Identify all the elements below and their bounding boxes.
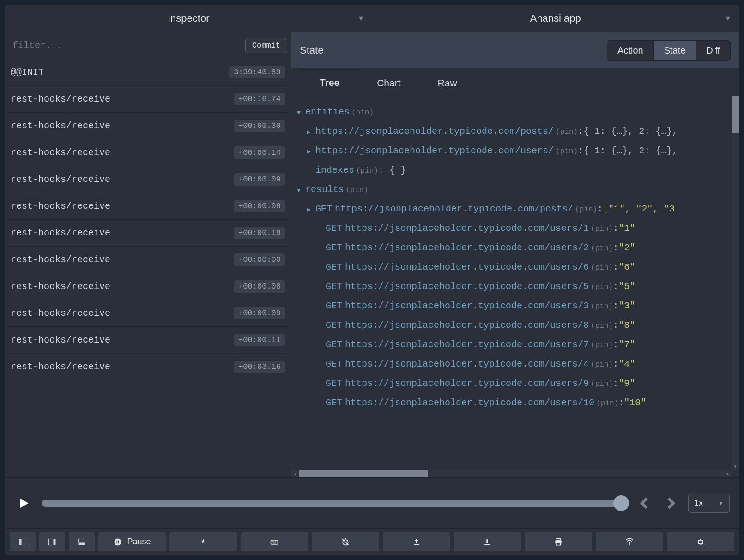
svg-rect-12 (275, 541, 276, 542)
segment-action[interactable]: Action (607, 41, 654, 60)
tree-node[interactable]: https://jsonplaceholder.typicode.com/use… (297, 141, 726, 161)
viewtab-tree[interactable]: Tree (301, 69, 358, 96)
instance-dropdown[interactable]: Anansi app ▼ (372, 5, 739, 32)
inspector-dropdown[interactable]: Inspector ▼ (5, 5, 372, 32)
slider-knob[interactable] (613, 495, 629, 511)
segment-state[interactable]: State (654, 41, 696, 60)
tree-node[interactable]: https://jsonplaceholder.typicode.com/pos… (297, 122, 726, 141)
step-back-button[interactable] (636, 495, 653, 512)
dock-right-button[interactable] (39, 532, 65, 551)
action-row[interactable]: rest-hooks/receive+00:00.30 (5, 113, 291, 139)
play-button[interactable] (14, 494, 33, 512)
action-name: rest-hooks/receive (11, 335, 110, 345)
segment-diff[interactable]: Diff (696, 41, 730, 60)
tree-node[interactable]: GEThttps://jsonplaceholder.typicode.com/… (297, 258, 726, 277)
dock-bottom-button[interactable] (69, 532, 95, 551)
svg-rect-3 (49, 539, 53, 545)
action-row[interactable]: rest-hooks/receive+00:00.08 (5, 273, 291, 300)
http-method: GET (326, 316, 342, 335)
dock-bottom-icon (77, 537, 86, 547)
chevron-down-icon: ▼ (724, 14, 732, 23)
action-row[interactable]: rest-hooks/receive+00:00:00 (5, 247, 291, 273)
tree-node[interactable]: GEThttps://jsonplaceholder.typicode.com/… (297, 355, 726, 374)
action-row[interactable]: rest-hooks/receive+00:00.09 (5, 166, 291, 193)
http-method: GET (326, 374, 342, 393)
scroll-right-icon[interactable]: ▸ (724, 470, 732, 477)
action-row[interactable]: rest-hooks/receive+00:16.74 (5, 86, 291, 113)
download-icon (483, 537, 492, 547)
upload-button[interactable] (383, 532, 450, 551)
tree-url: https://jsonplaceholder.typicode.com/use… (345, 316, 589, 335)
pin-label: (pin) (556, 125, 578, 140)
persist-button[interactable] (241, 532, 308, 551)
main-row: Commit @@INIT3:39:40.89rest-hooks/receiv… (5, 32, 739, 477)
chevron-left-icon (636, 495, 653, 512)
punc: : (613, 219, 618, 238)
viewtab-chart[interactable]: Chart (358, 70, 419, 96)
action-row[interactable]: rest-hooks/receive+00:00.14 (5, 139, 291, 166)
tree-node[interactable]: GEThttps://jsonplaceholder.typicode.com/… (297, 219, 726, 238)
step-forward-button[interactable] (662, 495, 679, 512)
tree-node[interactable]: GEThttps://jsonplaceholder.typicode.com/… (297, 199, 726, 219)
action-row[interactable]: rest-hooks/receive+00:00.09 (5, 300, 291, 327)
pause-button[interactable]: Pause (98, 532, 166, 551)
tree-node[interactable]: GEThttps://jsonplaceholder.typicode.com/… (297, 296, 726, 316)
bottom-toolbar: Pause (5, 528, 739, 555)
vertical-scrollbar[interactable]: ▴ ▾ (732, 96, 739, 470)
horizontal-scrollbar[interactable]: ◂ ▸ (291, 470, 732, 477)
gear-icon (696, 537, 705, 547)
timer-off-button[interactable] (312, 532, 379, 551)
tree-node[interactable]: GEThttps://jsonplaceholder.typicode.com/… (297, 277, 726, 296)
expand-icon[interactable] (307, 122, 315, 141)
tree-node[interactable]: GEThttps://jsonplaceholder.typicode.com/… (297, 238, 726, 258)
pin-label: (pin) (591, 357, 613, 373)
vertical-scroll-thumb[interactable] (732, 96, 739, 133)
playback-row: 1x ▼ (5, 477, 739, 528)
tree-node[interactable]: indexes (pin): { } (297, 161, 726, 180)
action-list[interactable]: @@INIT3:39:40.89rest-hooks/receive+00:16… (5, 59, 291, 477)
collapse-icon[interactable] (297, 102, 305, 122)
print-button[interactable] (525, 532, 592, 551)
tree-body[interactable]: entities (pin)https://jsonplaceholder.ty… (291, 96, 732, 470)
svg-rect-1 (22, 539, 26, 545)
playback-slider[interactable] (42, 500, 627, 507)
tree-node[interactable]: entities (pin) (297, 102, 726, 122)
punc: : (597, 199, 603, 219)
scroll-left-icon[interactable]: ◂ (291, 470, 299, 477)
state-title: State (300, 44, 607, 56)
tree-node[interactable]: GEThttps://jsonplaceholder.typicode.com/… (297, 316, 726, 335)
action-row[interactable]: rest-hooks/receive+00:03.16 (5, 354, 291, 380)
svg-point-20 (629, 542, 630, 543)
tree-url: https://jsonplaceholder.typicode.com/use… (345, 335, 589, 355)
remote-button[interactable] (596, 532, 663, 551)
action-row[interactable]: rest-hooks/receive+00:00.11 (5, 327, 291, 354)
tree-url: https://jsonplaceholder.typicode.com/use… (345, 296, 589, 316)
action-row[interactable]: @@INIT3:39:40.89 (5, 59, 291, 86)
pin-label: (pin) (591, 260, 613, 276)
horizontal-scroll-thumb[interactable] (299, 470, 428, 477)
action-time: +00:00.08 (234, 200, 285, 212)
tree-node[interactable]: GEThttps://jsonplaceholder.typicode.com/… (297, 374, 726, 393)
viewtab-raw[interactable]: Raw (419, 70, 476, 96)
action-name: rest-hooks/receive (11, 228, 110, 238)
collapse-icon[interactable] (297, 180, 305, 199)
expand-icon[interactable] (307, 199, 315, 219)
scroll-down-icon[interactable]: ▾ (732, 463, 739, 470)
settings-button[interactable] (667, 532, 734, 551)
tree-node[interactable]: GEThttps://jsonplaceholder.typicode.com/… (297, 393, 726, 413)
tree-node[interactable]: GEThttps://jsonplaceholder.typicode.com/… (297, 335, 726, 355)
download-button[interactable] (454, 532, 521, 551)
dock-left-button[interactable] (10, 532, 36, 551)
commit-button[interactable]: Commit (245, 38, 287, 53)
expand-icon[interactable] (307, 141, 315, 161)
speed-select[interactable]: 1x ▼ (688, 494, 730, 513)
action-row[interactable]: rest-hooks/receive+00:00.08 (5, 193, 291, 220)
lock-button[interactable] (169, 532, 237, 551)
tree-value: "1" (618, 219, 635, 238)
filter-input[interactable] (9, 37, 245, 54)
action-row[interactable]: rest-hooks/receive+00:00.19 (5, 220, 291, 247)
action-name: rest-hooks/receive (11, 201, 110, 211)
tree-node[interactable]: results (pin) (297, 180, 726, 199)
tree-value: : { } (378, 161, 406, 180)
svg-rect-0 (19, 539, 22, 545)
